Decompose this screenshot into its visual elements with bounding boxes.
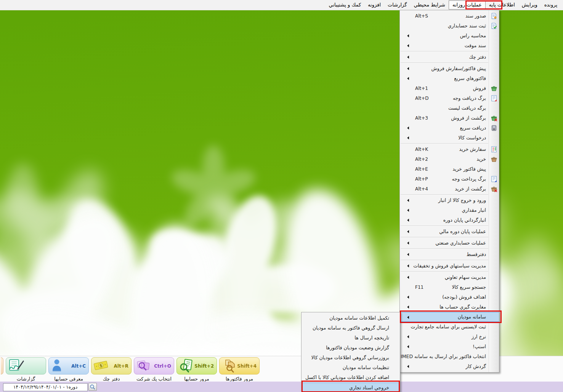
menu-item-currency-rate[interactable]: نرخ ارز bbox=[400, 332, 499, 342]
toolbar-shortcut-label: Shift+4 bbox=[237, 363, 257, 369]
menu-item-workflow[interactable]: گردش کار bbox=[400, 362, 499, 371]
submenu-arrow-icon bbox=[406, 253, 409, 256]
menu-item-goods-request[interactable]: درخواست کالا bbox=[400, 133, 499, 143]
fiscal-period-field[interactable]: دوره۱ - ۱۴۰۴/۰۱/۰۱تا۱۴۰۴/۱۲/۲۹ bbox=[3, 383, 88, 391]
menu-item-label: برگه دريافت ليست bbox=[448, 103, 486, 113]
submenu-arrow-icon bbox=[406, 126, 409, 130]
menu-item-license-registration[interactable]: ثبت لايسنس براي سامانه جامع تجارت bbox=[400, 322, 499, 332]
define-accounts-toolbar-slot: Alt+Cمعرفي حسابها bbox=[48, 357, 89, 382]
submenu-item-add-goods-taxpayer-info-excel[interactable]: اضافه کردن اطلاعات مودياني کالا با اکسل bbox=[302, 373, 400, 382]
submenu-item-label: تکميل اطلاعات سامانه موديان bbox=[329, 313, 389, 323]
submenu-item-commercial-documents-export[interactable]: خروجي اسناد تجاري bbox=[302, 382, 400, 392]
menu-item-period-end-stocktaking[interactable]: انبارگرداني پايان دوره bbox=[400, 215, 499, 225]
menu-item-issue-document[interactable]: Alt+Sصدور سند bbox=[400, 11, 499, 21]
toolbar-shortcut-label: Alt+C bbox=[71, 363, 86, 369]
menu-item-installment-book[interactable]: دفترقسط bbox=[400, 250, 499, 259]
menu-item-label: مديريت سهام تعاوني bbox=[445, 272, 486, 282]
menu-item-taxpayers-system[interactable]: سامانه موديان bbox=[400, 312, 499, 322]
menu-item-quantitative-warehouse[interactable]: انبار مقداري bbox=[400, 205, 499, 215]
menu-item-purchase-order[interactable]: Alt+Kسفارش خريد bbox=[400, 144, 499, 154]
menu-item-label: صدور سند bbox=[465, 11, 486, 21]
select-company-button[interactable]: Ctrl+O bbox=[134, 357, 174, 374]
pos-terminal-icon bbox=[491, 125, 497, 131]
menu-item-label: ورود و خروج کالا از انبار bbox=[438, 195, 486, 205]
menubar-item-addons[interactable]: افزونه bbox=[364, 0, 384, 10]
menu-item-purchase-proforma[interactable]: Alt+Eپيش فاکتور خريد bbox=[400, 164, 499, 174]
partial-toolbar-button[interactable] bbox=[1, 357, 3, 374]
menu-item-receive-voucher[interactable]: Alt+Dبرگ دريافت وجه bbox=[400, 93, 499, 103]
submenu-arrow-icon bbox=[406, 276, 409, 279]
tag-magnifier-icon bbox=[221, 358, 238, 374]
toolbar-shortcut-label: Shift+2 bbox=[194, 363, 214, 369]
menu-item-sales-policies-management[interactable]: مديريت سياستهاي فروش و تخفيفات bbox=[400, 261, 499, 271]
menubar-item-base-info[interactable]: اطلاعات پايه bbox=[486, 0, 518, 10]
menu-item-sales-targets[interactable]: اهداف فروش (بودجه) bbox=[400, 292, 499, 302]
submenu-item-send-history[interactable]: تاريخچه ارسال ها bbox=[302, 333, 400, 343]
reports-toolbar-slot: گزارشات bbox=[6, 357, 46, 382]
submenu-arrow-icon bbox=[406, 264, 409, 267]
review-invoices-button[interactable]: Shift+4 bbox=[219, 357, 260, 374]
menu-item-label: ثبت لايسنس براي سامانه جامع تجارت bbox=[411, 322, 486, 332]
menubar-item-daily-operations[interactable]: عمليات روزانه bbox=[449, 0, 486, 10]
menu-item-payment-voucher[interactable]: Alt+Pبرگ پرداخت وجه bbox=[400, 174, 499, 184]
submenu-item-group-update-goods-taxpayer-info[interactable]: بروزرساني گروهي اطلاعات موديان کالا bbox=[302, 353, 400, 363]
menu-item-label: محاسبه راس bbox=[460, 31, 486, 41]
menu-item-shortcut: F11 bbox=[415, 282, 423, 292]
menubar-item-help-support[interactable]: كمك و پشتيباني bbox=[326, 0, 365, 10]
menu-item-label: عمليات پايان دوره مالي bbox=[439, 227, 486, 237]
menu-item-receive-list-sheet[interactable]: برگه دريافت ليست bbox=[400, 103, 499, 113]
review-accounts-button[interactable]: Shift+2 bbox=[176, 357, 217, 374]
menu-item-shortcut: Alt+S bbox=[415, 11, 428, 21]
submenu-arrow-icon bbox=[406, 345, 409, 348]
toolbar-button-label: معرفي حسابها bbox=[48, 376, 89, 382]
menu-item-register-accounting-document[interactable]: ثبت سند حسابداري bbox=[400, 21, 499, 31]
search-button[interactable] bbox=[88, 383, 97, 391]
menu-item-label: دفترقسط bbox=[467, 250, 486, 259]
submenu-arrow-icon bbox=[406, 136, 409, 139]
menu-item-proforma-sales-order[interactable]: پيش فاکتور/سفارش فروش bbox=[400, 64, 499, 74]
menubar: پروندهويرايشاطلاعات پايهعمليات روزانهشرا… bbox=[0, 0, 563, 10]
submenu-item-group-send-invoices[interactable]: ارسال گروهي فاکتور به سامانه موديان bbox=[302, 323, 400, 333]
document-star-icon bbox=[491, 13, 497, 19]
cheque-book-button[interactable]: $Alt+R bbox=[91, 357, 132, 374]
menu-item-purchase-return[interactable]: Alt+4برگشت از خريد bbox=[400, 184, 499, 194]
reports-button[interactable] bbox=[6, 357, 46, 374]
menu-item-select-invoice-imed[interactable]: انتخاب فاکتور براي ارسال به سامانه IMED bbox=[400, 352, 499, 362]
menu-item-cooperative-shares-management[interactable]: مديريت سهام تعاوني bbox=[400, 272, 499, 282]
menu-item-snapp[interactable]: اسنپ! bbox=[400, 342, 499, 352]
menu-item-cheque-book[interactable]: دفتر چك bbox=[400, 52, 499, 62]
menu-item-shortcut: Alt+3 bbox=[415, 113, 428, 123]
menu-item-sale-return[interactable]: Alt+3برگشت از فروش bbox=[400, 113, 499, 123]
submenu-item-taxpayer-system-settings[interactable]: تنظيمات سامانه موديان bbox=[302, 363, 400, 373]
menubar-item-reports[interactable]: گزارشات bbox=[384, 0, 410, 10]
menubar-item-environment-conditions[interactable]: شرايط محيطي bbox=[410, 0, 449, 10]
menu-item-quick-goods-search[interactable]: F11جستجو سريع کالا bbox=[400, 282, 499, 292]
menu-item-quick-invoices[interactable]: فاکتورهاي سريع bbox=[400, 74, 499, 83]
submenu-item-label: گزارش وضعيت موديان فاکتورها bbox=[326, 343, 389, 353]
submenu-item-label: ارسال گروهي فاکتور به سامانه موديان bbox=[313, 323, 389, 333]
menu-item-label: پيش فاکتور/سفارش فروش bbox=[431, 64, 486, 74]
define-accounts-button[interactable]: Alt+C bbox=[48, 357, 89, 374]
purchase-return-basket-icon bbox=[491, 186, 497, 192]
menu-item-label: دريافت سريع bbox=[460, 123, 486, 133]
menu-item-industrial-accounting-operations[interactable]: عمليات حسابداري صنعتي bbox=[400, 238, 499, 248]
review-accounts-toolbar-slot: Shift+2مرور حسابها bbox=[176, 357, 217, 382]
daily-operations-menu: Alt+Sصدور سندثبت سند حسابداريمحاسبه راسس… bbox=[399, 10, 499, 373]
toolbar-shortcut-label: Ctrl+O bbox=[154, 363, 171, 369]
submenu-item-taxpayer-invoice-status-report[interactable]: گزارش وضعيت موديان فاکتورها bbox=[302, 343, 400, 353]
menu-item-quick-receive[interactable]: دريافت سريع bbox=[400, 123, 499, 133]
menu-item-fiscal-period-end-operations[interactable]: عمليات پايان دوره مالي bbox=[400, 227, 499, 237]
menu-item-goods-in-out-warehouse[interactable]: ورود و خروج کالا از انبار bbox=[400, 195, 499, 205]
menu-item-temporary-document[interactable]: سند موقت bbox=[400, 41, 499, 51]
menu-item-purchase[interactable]: Alt+2خريد bbox=[400, 154, 499, 164]
menu-item-label: سامانه موديان bbox=[458, 312, 486, 322]
menu-item-shortcut: Alt+P bbox=[415, 174, 428, 184]
submenu-item-complete-taxpayer-info[interactable]: تکميل اطلاعات سامانه موديان bbox=[302, 313, 400, 323]
menu-item-raas-calculation[interactable]: محاسبه راس bbox=[400, 31, 499, 41]
magnifier-icon bbox=[89, 384, 96, 390]
menu-item-sale[interactable]: Alt+1فروش bbox=[400, 83, 499, 93]
menubar-item-edit[interactable]: ويرايش bbox=[518, 0, 541, 10]
menubar-item-file[interactable]: پرونده bbox=[541, 0, 561, 10]
report-document-icon bbox=[7, 358, 25, 374]
menu-item-account-discrepancy[interactable]: مغايرت گيري حساب ها bbox=[400, 302, 499, 312]
